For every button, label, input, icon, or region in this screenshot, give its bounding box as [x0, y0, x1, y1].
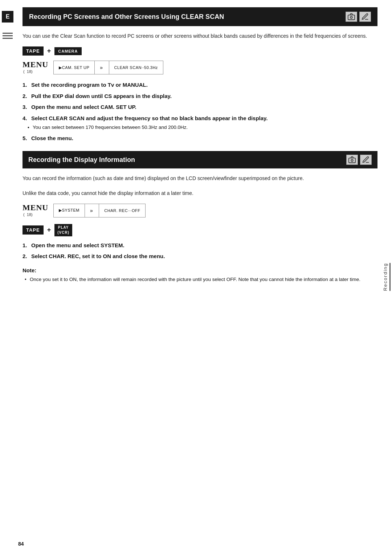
menu-label-block-2: MENU ( 18) — [23, 204, 48, 217]
section1-title: Recording PC Screens and Other Screens U… — [29, 13, 224, 21]
play-vcr-badge: PLAY (VCR) — [54, 224, 72, 236]
tape-camera-row: TAPE + CAMERA — [23, 46, 377, 56]
sidebar-right: Recording — [381, 0, 392, 554]
menu-row-1: MENU ( 18) ▶CAM. SET UP » CLEAR SCAN··50… — [23, 61, 377, 74]
menu-label-2: MENU — [23, 204, 48, 212]
main-content: Recording PC Screens and Other Screens U… — [15, 0, 392, 554]
svg-point-3 — [351, 159, 353, 162]
section2-intro1: You can record the information (such as … — [23, 174, 377, 182]
plus-sign-2: + — [47, 226, 51, 234]
menu-flow-1: ▶CAM. SET UP » CLEAR SCAN··50.3Hz — [53, 61, 163, 74]
step-2-1: 1. Open the menu and select SYSTEM. — [23, 241, 377, 250]
page-number: 84 — [18, 541, 24, 547]
section1-header-icons — [346, 12, 371, 22]
e-badge: E — [2, 11, 13, 23]
step-2-2: 2. Select CHAR. REC, set it to ON and cl… — [23, 252, 377, 261]
section2-header: Recording the Display Information — [23, 151, 377, 168]
svg-point-1 — [350, 16, 352, 19]
steps-list-2: 1. Open the menu and select SYSTEM. 2. S… — [23, 241, 377, 261]
step-1-3: 3. Open the menu and select CAM. SET UP. — [23, 103, 377, 111]
plus-sign: + — [47, 47, 51, 55]
menu-flow-2-item2: CHAR. REC···OFF — [99, 204, 145, 217]
section1-header: Recording PC Screens and Other Screens U… — [23, 7, 377, 26]
step-1-2: 2. Pull the EXP dial down until CS appea… — [23, 92, 377, 101]
sidebar-decoration — [3, 33, 13, 39]
menu-row-2: MENU ( 18) ▶SYSTEM » CHAR. REC···OFF — [23, 204, 377, 217]
camera-icon-2 — [346, 155, 358, 165]
menu-flow-2: ▶SYSTEM » CHAR. REC···OFF — [53, 204, 146, 217]
menu-flow-2-item1: ▶SYSTEM — [54, 204, 85, 217]
section2-header-icons — [346, 155, 372, 165]
menu-flow-item-1: ▶CAM. SET UP — [54, 61, 95, 74]
menu-page-ref-2: ( 18) — [23, 212, 33, 217]
step-1-5: 5. Close the menu. — [23, 134, 377, 143]
section1-intro: You can use the Clear Scan function to r… — [23, 32, 377, 40]
menu-label-block-1: MENU ( 18) — [23, 61, 48, 74]
note-section: Note: Once you set it to ON, the informa… — [23, 267, 377, 284]
recording-label: Recording — [383, 263, 391, 291]
tape-play-row: TAPE + PLAY (VCR) — [23, 224, 377, 236]
step-1-4: 4. Select CLEAR SCAN and adjust the freq… — [23, 114, 377, 123]
section2: Recording the Display Information — [23, 151, 377, 283]
menu-label-1: MENU — [23, 61, 48, 69]
menu-flow-item-2: CLEAR SCAN··50.3Hz — [109, 61, 163, 74]
step-1-1: 1. Set the recording program to Tv or MA… — [23, 81, 377, 89]
section2-intro2: Unlike the data code, you cannot hide th… — [23, 189, 377, 197]
sidebar-left: E — [0, 0, 15, 554]
edit-icon-2 — [360, 155, 372, 165]
svg-rect-2 — [349, 158, 355, 163]
camera-badge: CAMERA — [54, 47, 81, 55]
menu-page-ref-1: ( 18) — [23, 69, 33, 74]
camera-icon — [346, 12, 357, 22]
svg-rect-0 — [348, 15, 355, 20]
tape-badge: TAPE — [23, 46, 44, 56]
tape-badge-2: TAPE — [23, 225, 44, 235]
menu-flow-arrow-1: » — [95, 61, 109, 74]
step-1-4-note: You can select between 170 frequencies b… — [23, 124, 377, 131]
note-title: Note: — [23, 267, 377, 273]
steps-list-1: 1. Set the recording program to Tv or MA… — [23, 81, 377, 142]
section2-title: Recording the Display Information — [28, 156, 135, 164]
edit-icon — [359, 12, 371, 22]
menu-flow-2-arrow: » — [85, 204, 99, 217]
note-text: Once you set it to ON, the information w… — [23, 276, 377, 284]
